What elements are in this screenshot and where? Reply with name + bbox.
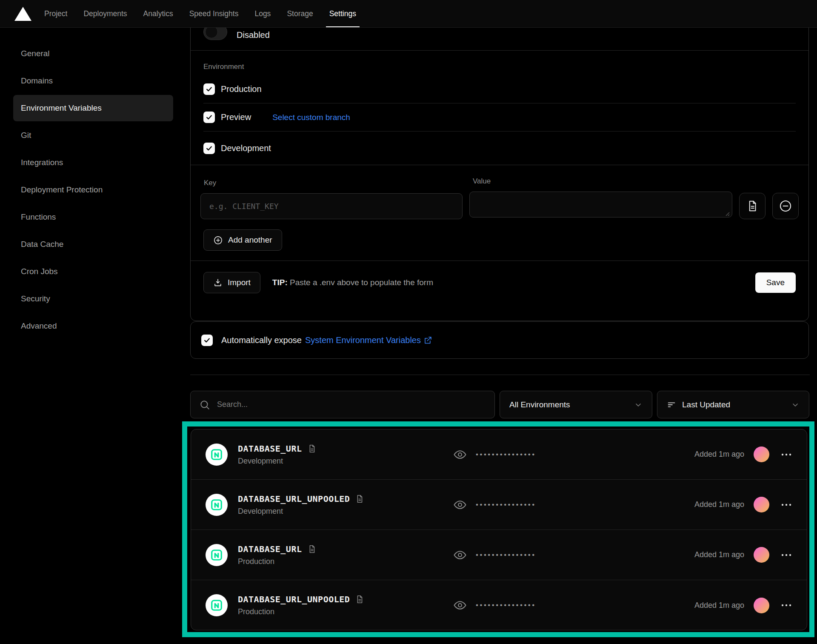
filter-row: All Environments Last Updated <box>190 391 810 418</box>
vercel-logo-icon[interactable] <box>14 7 31 21</box>
production-checkbox[interactable] <box>203 83 215 95</box>
nav-tab-speed-insights[interactable]: Speed Insights <box>189 0 239 27</box>
sidebar-item-data-cache[interactable]: Data Cache <box>13 231 173 258</box>
chevron-down-icon <box>791 401 800 409</box>
select-custom-branch-link[interactable]: Select custom branch <box>272 113 350 122</box>
expose-label: Automatically expose <box>221 335 302 345</box>
neon-logo-icon <box>210 599 223 612</box>
nav-tab-analytics[interactable]: Analytics <box>143 0 173 27</box>
sidebar-item-environment-variables[interactable]: Environment Variables <box>13 95 173 121</box>
sidebar-item-functions[interactable]: Functions <box>13 204 173 230</box>
add-another-button[interactable]: Add another <box>203 229 282 251</box>
preview-checkbox[interactable] <box>203 112 215 123</box>
sidebar-item-general[interactable]: General <box>13 40 173 67</box>
environment-filter-dropdown[interactable]: All Environments <box>500 391 652 418</box>
eye-icon[interactable] <box>453 447 467 462</box>
sidebar-item-advanced[interactable]: Advanced <box>13 313 173 339</box>
nav-tab-storage[interactable]: Storage <box>287 0 313 27</box>
import-button[interactable]: Import <box>203 272 260 293</box>
import-label: Import <box>228 278 251 287</box>
tip-rest: Paste a .env above to populate the form <box>288 278 433 287</box>
user-avatar[interactable] <box>754 598 769 613</box>
search-input[interactable] <box>217 400 486 409</box>
key-input[interactable] <box>200 193 463 219</box>
sort-dropdown[interactable]: Last Updated <box>657 391 809 418</box>
section-divider <box>190 375 810 375</box>
masked-value: ••••••••••••••• <box>476 551 536 559</box>
note-icon[interactable] <box>355 494 364 504</box>
nav-tab-logs[interactable]: Logs <box>254 0 271 27</box>
check-icon <box>206 86 213 93</box>
system-env-expose-card: Automatically expose System Environment … <box>190 321 809 359</box>
sidebar-item-git[interactable]: Git <box>13 122 173 149</box>
neon-integration-avatar <box>206 444 228 466</box>
search-icon <box>199 399 210 410</box>
remove-row-button[interactable] <box>772 193 799 219</box>
neon-logo-icon <box>210 549 223 561</box>
settings-sidebar: General Domains Environment Variables Gi… <box>0 28 183 340</box>
env-row-development: Development <box>203 132 796 165</box>
note-icon[interactable] <box>307 444 317 453</box>
check-icon <box>203 337 211 344</box>
sidebar-item-cron-jobs[interactable]: Cron Jobs <box>13 258 173 285</box>
system-env-variables-link[interactable]: System Environment Variables <box>305 335 432 345</box>
ellipsis-icon <box>780 503 792 507</box>
nav-tab-deployments[interactable]: Deployments <box>83 0 127 27</box>
env-var-row: DATABASE_URL Development •••••••••••••••… <box>191 429 807 480</box>
paste-env-button[interactable] <box>739 193 766 219</box>
eye-icon[interactable] <box>453 548 467 562</box>
search-box <box>190 391 495 418</box>
env-var-row: DATABASE_URL_UNPOOLED Development ••••••… <box>191 480 807 530</box>
env-var-environment: Production <box>238 607 364 616</box>
check-icon <box>206 145 213 152</box>
sidebar-item-security[interactable]: Security <box>13 286 173 312</box>
note-icon[interactable] <box>307 544 317 554</box>
document-icon <box>746 200 759 212</box>
row-menu-button[interactable] <box>779 601 794 610</box>
row-menu-button[interactable] <box>779 550 794 560</box>
save-button[interactable]: Save <box>755 272 796 293</box>
form-footer: Import TIP: Paste a .env above to popula… <box>191 261 808 304</box>
note-icon[interactable] <box>355 595 364 604</box>
added-timestamp: Added 1m ago <box>694 450 744 459</box>
tip-bold: TIP: <box>272 278 288 287</box>
import-download-icon <box>213 278 223 287</box>
expose-checkbox[interactable] <box>201 335 213 346</box>
env-var-form-card: Disabled Environment Production Preview … <box>190 0 809 321</box>
environment-filter-value: All Environments <box>509 400 570 409</box>
system-env-variables-link-text: System Environment Variables <box>305 335 421 345</box>
neon-integration-avatar <box>206 594 228 616</box>
env-var-name: DATABASE_URL_UNPOOLED <box>238 594 350 604</box>
env-var-name: DATABASE_URL <box>238 444 302 454</box>
value-input[interactable] <box>469 192 732 218</box>
user-avatar[interactable] <box>754 447 769 462</box>
chevron-down-icon <box>634 401 643 409</box>
toggle-label: Disabled <box>237 30 270 40</box>
row-menu-button[interactable] <box>779 450 794 459</box>
key-value-section: Key Value Add anoth <box>191 165 808 261</box>
nav-tab-settings[interactable]: Settings <box>329 0 356 27</box>
sidebar-item-domains[interactable]: Domains <box>13 68 173 94</box>
neon-integration-avatar <box>206 494 228 516</box>
sidebar-item-integrations[interactable]: Integrations <box>13 149 173 176</box>
env-row-preview: Preview Select custom branch <box>203 103 796 132</box>
value-label: Value <box>469 177 732 186</box>
sidebar-item-deployment-protection[interactable]: Deployment Protection <box>13 177 173 203</box>
user-avatar[interactable] <box>754 497 769 512</box>
env-var-environment: Production <box>238 557 317 566</box>
minus-circle-icon <box>779 199 792 213</box>
neon-logo-icon <box>210 498 223 511</box>
env-var-environment: Development <box>238 457 317 466</box>
environment-section-label: Environment <box>203 51 796 75</box>
eye-icon[interactable] <box>453 598 467 613</box>
nav-tabs: Project Deployments Analytics Speed Insi… <box>44 0 356 27</box>
eye-icon[interactable] <box>453 498 467 512</box>
user-avatar[interactable] <box>754 547 769 563</box>
check-icon <box>206 114 213 121</box>
nav-tab-project[interactable]: Project <box>44 0 67 27</box>
env-var-name: DATABASE_URL_UNPOOLED <box>238 494 350 504</box>
row-menu-button[interactable] <box>779 500 794 509</box>
development-checkbox[interactable] <box>203 143 215 154</box>
added-timestamp: Added 1m ago <box>694 500 744 509</box>
ellipsis-icon <box>780 603 792 607</box>
